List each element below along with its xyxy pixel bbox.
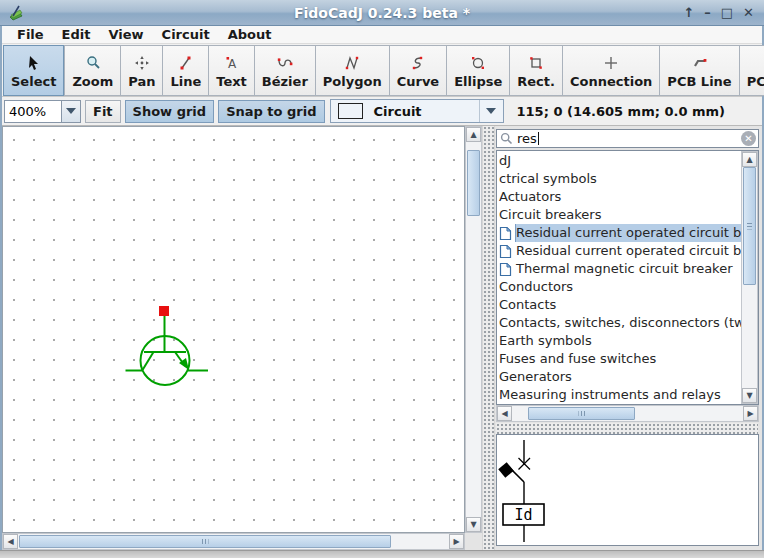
tree-item[interactable]: Measuring instruments and relays: [497, 386, 741, 404]
canvas-vscroll-track[interactable]: [466, 142, 481, 517]
up-arrow-icon[interactable]: ▲: [742, 152, 757, 167]
canvas-vertical-scrollbar[interactable]: ▲ ▼: [465, 126, 482, 533]
search-input-value[interactable]: res: [517, 130, 537, 147]
tree-item[interactable]: Contacts: [497, 296, 741, 314]
vertical-splitter[interactable]: [482, 126, 495, 550]
tree-item[interactable]: Residual current operated circuit bre: [497, 242, 741, 260]
menu-circuit[interactable]: Circuit: [153, 26, 219, 44]
library-tree: dJ ctrical symbols Actuators Circuit bre…: [496, 150, 759, 405]
clear-search-icon[interactable]: ✕: [741, 131, 756, 146]
tree-hscroll-track[interactable]: [512, 406, 743, 421]
window-title: FidoCadJ 0.24.3 beta *: [0, 5, 764, 21]
tool-curve-button[interactable]: Curve: [389, 45, 447, 96]
tool-rect-button[interactable]: Rect.: [509, 45, 562, 96]
tree-item-selected[interactable]: Residual current operated circuit bre: [497, 224, 741, 242]
menu-edit[interactable]: Edit: [53, 26, 100, 44]
tree-item[interactable]: dJ: [497, 152, 741, 170]
tool-bezier-button[interactable]: Bézier: [254, 45, 315, 96]
library-search-field[interactable]: res ✕: [496, 129, 759, 148]
snap-to-grid-toggle[interactable]: Snap to grid: [218, 100, 324, 123]
right-arrow-icon[interactable]: ▶: [449, 534, 464, 549]
tree-vscroll-track[interactable]: [742, 167, 757, 388]
up-arrow-icon[interactable]: ▲: [466, 127, 481, 142]
polygon-icon: [343, 53, 361, 73]
tool-text-button[interactable]: A Bézier Text: [208, 45, 254, 96]
show-grid-toggle[interactable]: Show grid: [125, 100, 215, 123]
symbol-document-icon: [499, 244, 512, 259]
tool-zoom-button[interactable]: Zoom: [64, 45, 120, 96]
tool-pan-button[interactable]: Pan: [120, 45, 162, 96]
tree-item[interactable]: Conductors: [497, 278, 741, 296]
title-bar[interactable]: FidoCadJ 0.24.3 beta * ↑ – □ ✕: [0, 0, 764, 26]
canvas-hscroll-track[interactable]: [18, 534, 449, 549]
layer-combo-arrow-button[interactable]: [479, 100, 503, 122]
canvas-vscroll-thumb[interactable]: [467, 150, 480, 216]
zoom-combo-arrow-button[interactable]: [62, 100, 81, 123]
right-arrow-icon[interactable]: ▶: [743, 406, 758, 421]
tree-item[interactable]: Actuators: [497, 188, 741, 206]
preview-label: Id: [514, 506, 532, 524]
thumb-grip-icon: [578, 411, 585, 416]
pnp-transistor-symbol[interactable]: [3, 127, 464, 532]
text-caret: [538, 132, 539, 145]
menu-bar: File Edit View Circuit About: [2, 26, 762, 44]
tool-ellipse-button[interactable]: Ellipse: [446, 45, 509, 96]
tree-vscroll-thumb[interactable]: [743, 167, 756, 285]
chevron-down-icon: [486, 108, 496, 114]
down-arrow-icon[interactable]: ▼: [466, 517, 481, 532]
layer-color-swatch: [338, 103, 363, 119]
tree-item[interactable]: Circuit breakers: [497, 206, 741, 224]
tool-select-button[interactable]: Select: [3, 45, 64, 96]
selection-handle[interactable]: [159, 306, 169, 316]
fit-button[interactable]: Fit: [85, 100, 121, 123]
tool-line-button[interactable]: Line: [162, 45, 208, 96]
chevron-down-icon: [66, 108, 76, 114]
rectangle-icon: [528, 53, 544, 73]
drawing-canvas[interactable]: [2, 126, 465, 533]
curve-icon: [410, 53, 426, 73]
svg-text:A: A: [227, 57, 236, 71]
tool-connection-button[interactable]: Connection: [562, 45, 659, 96]
cursor-coordinates: 115; 0 (14.605 mm; 0.0 mm): [504, 104, 762, 119]
canvas-horizontal-scrollbar[interactable]: ◀ ▶: [2, 533, 465, 550]
tool-pcb-pad-button[interactable]: PCB Pad: [739, 45, 764, 96]
left-arrow-icon[interactable]: ◀: [3, 534, 18, 549]
ellipse-icon: [470, 53, 486, 73]
tool-pcb-line-button[interactable]: PCB Line: [659, 45, 738, 96]
symbol-document-icon: [499, 226, 512, 241]
thumb-grip-icon: [202, 539, 209, 544]
tree-item[interactable]: Earth symbols: [497, 332, 741, 350]
tool-bar: Select Zoom Pan Line A Bézier Text: [2, 44, 762, 97]
library-pane: res ✕ dJ ctrical symbols Actuators Circu…: [495, 126, 762, 550]
zoom-magnifier-icon: [85, 53, 101, 73]
layer-name: Circuit: [374, 104, 479, 119]
menu-file[interactable]: File: [8, 26, 53, 44]
menu-about[interactable]: About: [219, 26, 281, 44]
tree-item[interactable]: Fuses and fuse switches: [497, 350, 741, 368]
bezier-curve-icon: [276, 53, 294, 73]
select-cursor-icon: [26, 53, 42, 73]
tree-vertical-scrollbar[interactable]: ▲ ▼: [741, 151, 758, 404]
tree-item[interactable]: Generators: [497, 368, 741, 386]
tree-item[interactable]: Contacts, switches, disconnectors (two: [497, 314, 741, 332]
tree-hscroll-thumb[interactable]: [528, 407, 635, 420]
pan-move-icon: [134, 53, 150, 73]
canvas-hscroll-thumb[interactable]: [19, 535, 391, 548]
symbol-preview-panel: Id: [496, 434, 759, 546]
left-arrow-icon[interactable]: ◀: [497, 406, 512, 421]
menu-view[interactable]: View: [99, 26, 152, 44]
down-arrow-icon[interactable]: ▼: [742, 388, 757, 403]
zoom-level-combo[interactable]: 400%: [4, 100, 81, 123]
tool-polygon-button[interactable]: Polygon: [315, 45, 389, 96]
layer-select-combo[interactable]: Circuit: [330, 99, 504, 123]
connection-icon: [603, 53, 619, 73]
zoom-level-value[interactable]: 400%: [4, 100, 62, 123]
window-bottom-edge: [0, 550, 764, 558]
tree-item[interactable]: ctrical symbols: [497, 170, 741, 188]
search-icon: [500, 132, 513, 145]
horizontal-splitter[interactable]: [496, 423, 758, 434]
canvas-pane: ▲ ▼ ◀ ▶: [2, 126, 482, 550]
symbol-document-icon: [499, 262, 512, 277]
tree-item[interactable]: Thermal magnetic circuit breaker: [497, 260, 741, 278]
tree-horizontal-scrollbar[interactable]: ◀ ▶: [496, 405, 759, 422]
